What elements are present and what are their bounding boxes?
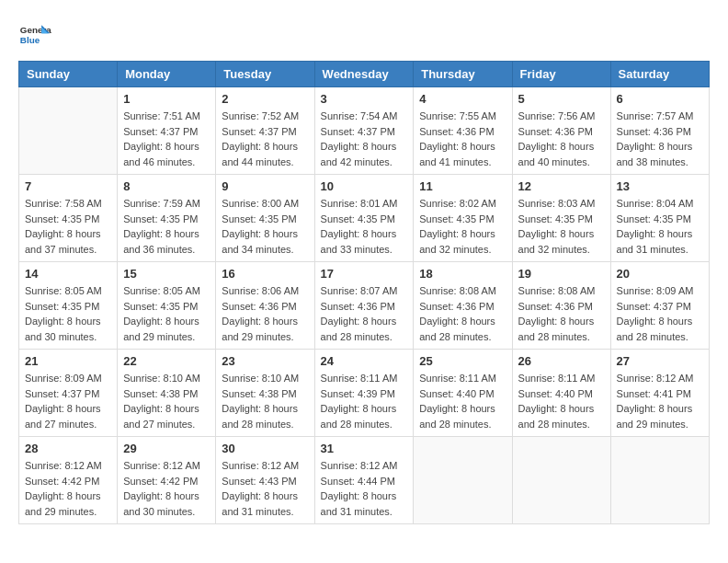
day-number: 5 <box>518 92 605 106</box>
weekday-header-monday: Monday <box>118 62 216 87</box>
calendar-cell <box>512 437 610 524</box>
calendar-cell: 17Sunrise: 8:07 AM Sunset: 4:36 PM Dayli… <box>314 262 414 350</box>
weekday-header-tuesday: Tuesday <box>216 62 314 87</box>
calendar-cell: 8Sunrise: 7:59 AM Sunset: 4:35 PM Daylig… <box>118 175 216 262</box>
day-info: Sunrise: 7:55 AM Sunset: 4:36 PM Dayligh… <box>419 109 506 169</box>
day-number: 19 <box>518 267 605 281</box>
calendar-cell: 28Sunrise: 8:12 AM Sunset: 4:42 PM Dayli… <box>19 437 118 524</box>
calendar-week-0: 1Sunrise: 7:51 AM Sunset: 4:37 PM Daylig… <box>19 87 710 175</box>
day-number: 18 <box>419 267 506 281</box>
day-number: 9 <box>222 179 308 193</box>
day-info: Sunrise: 7:59 AM Sunset: 4:35 PM Dayligh… <box>123 196 210 257</box>
day-info: Sunrise: 8:12 AM Sunset: 4:42 PM Dayligh… <box>123 458 210 519</box>
day-info: Sunrise: 8:12 AM Sunset: 4:42 PM Dayligh… <box>25 458 111 519</box>
day-info: Sunrise: 8:01 AM Sunset: 4:35 PM Dayligh… <box>321 196 408 257</box>
day-number: 2 <box>222 92 308 106</box>
day-info: Sunrise: 8:09 AM Sunset: 4:37 PM Dayligh… <box>617 283 703 344</box>
calendar-table: SundayMondayTuesdayWednesdayThursdayFrid… <box>18 61 710 524</box>
day-number: 20 <box>617 267 703 281</box>
day-number: 8 <box>123 179 210 193</box>
day-number: 31 <box>321 442 408 455</box>
day-info: Sunrise: 7:56 AM Sunset: 4:36 PM Dayligh… <box>518 109 605 169</box>
calendar-cell: 12Sunrise: 8:03 AM Sunset: 4:35 PM Dayli… <box>512 175 610 262</box>
day-info: Sunrise: 8:08 AM Sunset: 4:36 PM Dayligh… <box>419 283 506 344</box>
calendar-cell: 26Sunrise: 8:11 AM Sunset: 4:40 PM Dayli… <box>512 350 610 437</box>
day-number: 22 <box>123 354 210 368</box>
day-info: Sunrise: 7:51 AM Sunset: 4:37 PM Dayligh… <box>123 109 210 169</box>
calendar-cell: 29Sunrise: 8:12 AM Sunset: 4:42 PM Dayli… <box>118 437 216 524</box>
day-info: Sunrise: 8:00 AM Sunset: 4:35 PM Dayligh… <box>222 196 308 257</box>
day-info: Sunrise: 8:12 AM Sunset: 4:41 PM Dayligh… <box>617 371 703 431</box>
day-info: Sunrise: 8:11 AM Sunset: 4:40 PM Dayligh… <box>518 371 605 431</box>
day-info: Sunrise: 8:05 AM Sunset: 4:35 PM Dayligh… <box>25 283 111 344</box>
day-info: Sunrise: 8:02 AM Sunset: 4:35 PM Dayligh… <box>419 196 506 257</box>
day-number: 26 <box>518 354 605 368</box>
calendar-cell: 14Sunrise: 8:05 AM Sunset: 4:35 PM Dayli… <box>19 262 118 350</box>
calendar-cell: 22Sunrise: 8:10 AM Sunset: 4:38 PM Dayli… <box>118 350 216 437</box>
day-info: Sunrise: 7:57 AM Sunset: 4:36 PM Dayligh… <box>617 109 703 169</box>
day-info: Sunrise: 8:05 AM Sunset: 4:35 PM Dayligh… <box>123 283 210 344</box>
day-number: 14 <box>25 267 111 281</box>
calendar-cell: 9Sunrise: 8:00 AM Sunset: 4:35 PM Daylig… <box>216 175 314 262</box>
calendar-cell: 3Sunrise: 7:54 AM Sunset: 4:37 PM Daylig… <box>314 87 414 175</box>
calendar-cell: 7Sunrise: 7:58 AM Sunset: 4:35 PM Daylig… <box>19 175 118 262</box>
day-number: 10 <box>321 179 408 193</box>
header: General Blue <box>18 18 710 52</box>
calendar-cell: 18Sunrise: 8:08 AM Sunset: 4:36 PM Dayli… <box>414 262 512 350</box>
day-number: 28 <box>25 442 111 455</box>
calendar-cell: 15Sunrise: 8:05 AM Sunset: 4:35 PM Dayli… <box>118 262 216 350</box>
day-info: Sunrise: 7:52 AM Sunset: 4:37 PM Dayligh… <box>222 109 308 169</box>
day-number: 15 <box>123 267 210 281</box>
day-number: 21 <box>25 354 111 368</box>
calendar-cell: 20Sunrise: 8:09 AM Sunset: 4:37 PM Dayli… <box>610 262 709 350</box>
calendar-cell: 23Sunrise: 8:10 AM Sunset: 4:38 PM Dayli… <box>216 350 314 437</box>
calendar-cell <box>414 437 512 524</box>
day-info: Sunrise: 8:07 AM Sunset: 4:36 PM Dayligh… <box>321 283 408 344</box>
calendar-week-1: 7Sunrise: 7:58 AM Sunset: 4:35 PM Daylig… <box>19 175 710 262</box>
logo-icon: General Blue <box>18 18 51 52</box>
day-info: Sunrise: 8:08 AM Sunset: 4:36 PM Dayligh… <box>518 283 605 344</box>
svg-text:General: General <box>20 25 51 35</box>
calendar-cell <box>19 87 118 175</box>
calendar-week-4: 28Sunrise: 8:12 AM Sunset: 4:42 PM Dayli… <box>19 437 710 524</box>
calendar-cell: 11Sunrise: 8:02 AM Sunset: 4:35 PM Dayli… <box>414 175 512 262</box>
day-info: Sunrise: 8:03 AM Sunset: 4:35 PM Dayligh… <box>518 196 605 257</box>
calendar-cell: 1Sunrise: 7:51 AM Sunset: 4:37 PM Daylig… <box>118 87 216 175</box>
day-info: Sunrise: 7:58 AM Sunset: 4:35 PM Dayligh… <box>25 196 111 257</box>
day-number: 27 <box>617 354 703 368</box>
day-number: 3 <box>321 92 408 106</box>
weekday-header-sunday: Sunday <box>19 62 118 87</box>
calendar-cell: 27Sunrise: 8:12 AM Sunset: 4:41 PM Dayli… <box>610 350 709 437</box>
day-info: Sunrise: 7:54 AM Sunset: 4:37 PM Dayligh… <box>321 109 408 169</box>
day-info: Sunrise: 8:10 AM Sunset: 4:38 PM Dayligh… <box>123 371 210 431</box>
day-number: 25 <box>419 354 506 368</box>
day-info: Sunrise: 8:11 AM Sunset: 4:40 PM Dayligh… <box>419 371 506 431</box>
day-number: 13 <box>617 179 703 193</box>
calendar-cell: 13Sunrise: 8:04 AM Sunset: 4:35 PM Dayli… <box>610 175 709 262</box>
calendar-cell: 25Sunrise: 8:11 AM Sunset: 4:40 PM Dayli… <box>414 350 512 437</box>
day-number: 30 <box>222 442 308 455</box>
logo: General Blue <box>18 18 51 52</box>
day-info: Sunrise: 8:11 AM Sunset: 4:39 PM Dayligh… <box>321 371 408 431</box>
day-number: 11 <box>419 179 506 193</box>
day-info: Sunrise: 8:06 AM Sunset: 4:36 PM Dayligh… <box>222 283 308 344</box>
day-info: Sunrise: 8:12 AM Sunset: 4:44 PM Dayligh… <box>321 458 408 519</box>
calendar-cell: 6Sunrise: 7:57 AM Sunset: 4:36 PM Daylig… <box>610 87 709 175</box>
calendar-cell: 10Sunrise: 8:01 AM Sunset: 4:35 PM Dayli… <box>314 175 414 262</box>
day-number: 12 <box>518 179 605 193</box>
day-number: 4 <box>419 92 506 106</box>
header-row: SundayMondayTuesdayWednesdayThursdayFrid… <box>19 62 710 87</box>
calendar-cell: 2Sunrise: 7:52 AM Sunset: 4:37 PM Daylig… <box>216 87 314 175</box>
calendar-cell: 19Sunrise: 8:08 AM Sunset: 4:36 PM Dayli… <box>512 262 610 350</box>
calendar-cell: 24Sunrise: 8:11 AM Sunset: 4:39 PM Dayli… <box>314 350 414 437</box>
day-info: Sunrise: 8:12 AM Sunset: 4:43 PM Dayligh… <box>222 458 308 519</box>
day-number: 23 <box>222 354 308 368</box>
day-number: 16 <box>222 267 308 281</box>
weekday-header-wednesday: Wednesday <box>314 62 414 87</box>
svg-text:Blue: Blue <box>20 35 40 45</box>
day-number: 24 <box>321 354 408 368</box>
calendar-cell: 21Sunrise: 8:09 AM Sunset: 4:37 PM Dayli… <box>19 350 118 437</box>
day-info: Sunrise: 8:09 AM Sunset: 4:37 PM Dayligh… <box>25 371 111 431</box>
weekday-header-friday: Friday <box>512 62 610 87</box>
calendar-cell <box>610 437 709 524</box>
